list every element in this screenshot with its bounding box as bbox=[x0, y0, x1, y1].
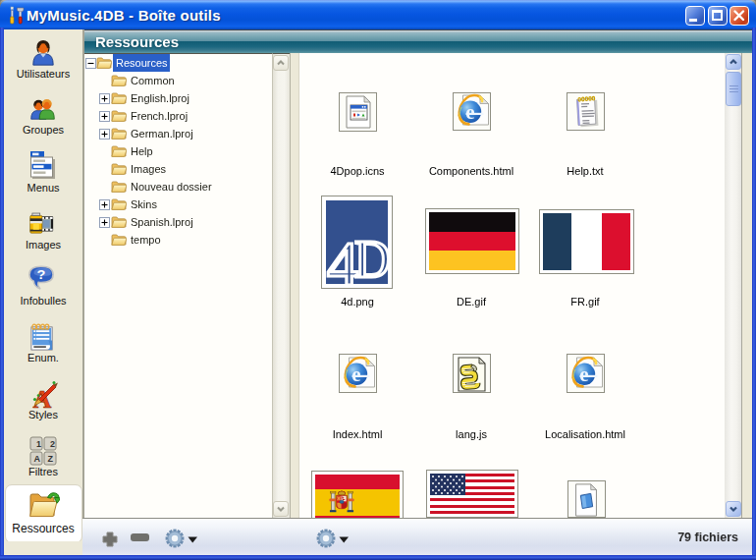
svg-text:1: 1 bbox=[36, 439, 41, 449]
svg-text:D: D bbox=[354, 229, 388, 284]
svg-text:?: ? bbox=[37, 267, 46, 282]
svg-text:Z: Z bbox=[48, 454, 54, 464]
svg-text:A: A bbox=[34, 454, 41, 464]
svg-text:2: 2 bbox=[50, 439, 55, 449]
